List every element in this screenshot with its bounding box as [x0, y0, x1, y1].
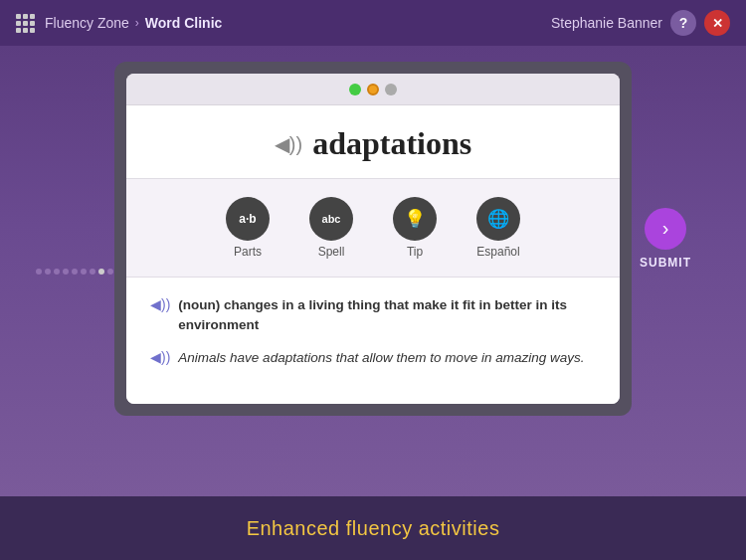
topbar-left: Fluency Zone › Word Clinic	[16, 14, 222, 33]
tab-spell[interactable]: abc Spell	[289, 191, 373, 265]
grid-icon[interactable]	[16, 14, 35, 33]
tab-tip-label: Tip	[407, 245, 423, 259]
word-card: ◀)) adaptations a·b Parts abc Spell 💡 Ti…	[126, 74, 620, 404]
help-button[interactable]: ?	[670, 10, 696, 36]
submit-label: SUBMIT	[640, 256, 691, 270]
nav-dot	[90, 269, 95, 275]
breadcrumb-current: Word Clinic	[145, 15, 223, 31]
def-speaker-icon[interactable]: ◀))	[150, 296, 170, 312]
definition-text: (noun) changes in a living thing that ma…	[178, 295, 596, 334]
breadcrumb-separator: ›	[135, 16, 139, 30]
nav-dot	[63, 269, 69, 275]
example-line: ◀)) Animals have adaptations that allow …	[150, 348, 596, 368]
definition-area: ◀)) (noun) changes in a living thing tha…	[126, 278, 620, 404]
titlebar-dot-yellow	[367, 84, 379, 95]
nav-dot	[45, 269, 51, 275]
tab-parts[interactable]: a·b Parts	[206, 191, 289, 265]
breadcrumb: Fluency Zone › Word Clinic	[45, 15, 222, 31]
topbar-right: Stephanie Banner ? ✕	[551, 10, 730, 36]
tab-espanol-icon: 🌐	[476, 197, 520, 241]
submit-circle-icon: ›	[645, 208, 686, 250]
tab-spell-icon: abc	[309, 197, 353, 241]
nav-dot	[72, 269, 78, 275]
tab-tip[interactable]: 💡 Tip	[373, 191, 457, 265]
footer-text: Enhanced fluency activities	[247, 517, 500, 540]
card-titlebar	[126, 74, 620, 105]
topbar: Fluency Zone › Word Clinic Stephanie Ban…	[0, 0, 746, 46]
main-area: › SUBMIT ◀)) adaptations a·b Parts	[0, 46, 746, 496]
tab-espanol-label: Español	[476, 245, 519, 259]
word-header: ◀)) adaptations	[126, 105, 620, 179]
word-speaker-icon[interactable]: ◀))	[275, 132, 302, 156]
nav-dot	[36, 269, 42, 275]
tab-parts-label: Parts	[234, 245, 262, 259]
nav-dot	[54, 269, 60, 275]
tab-spell-label: Spell	[318, 245, 345, 259]
tab-espanol[interactable]: 🌐 Español	[457, 191, 540, 265]
definition-line: ◀)) (noun) changes in a living thing tha…	[150, 295, 596, 334]
card-outer: › SUBMIT ◀)) adaptations a·b Parts	[114, 62, 632, 416]
close-button[interactable]: ✕	[704, 10, 730, 36]
submit-button[interactable]: › SUBMIT	[640, 208, 691, 270]
titlebar-dot-green	[349, 84, 361, 95]
tab-tip-icon: 💡	[393, 197, 437, 241]
word-title: adaptations	[312, 125, 471, 162]
footer: Enhanced fluency activities	[0, 496, 746, 560]
tab-row: a·b Parts abc Spell 💡 Tip 🌐 Español	[126, 179, 620, 278]
titlebar-dot-gray	[385, 84, 397, 95]
breadcrumb-root[interactable]: Fluency Zone	[45, 15, 129, 31]
user-name: Stephanie Banner	[551, 15, 662, 31]
tab-parts-icon: a·b	[226, 197, 270, 241]
nav-dot-active	[98, 269, 104, 275]
nav-dot	[81, 269, 87, 275]
example-text: Animals have adaptations that allow them…	[178, 348, 584, 368]
example-speaker-icon[interactable]: ◀))	[150, 349, 170, 365]
nav-dot	[107, 269, 113, 275]
